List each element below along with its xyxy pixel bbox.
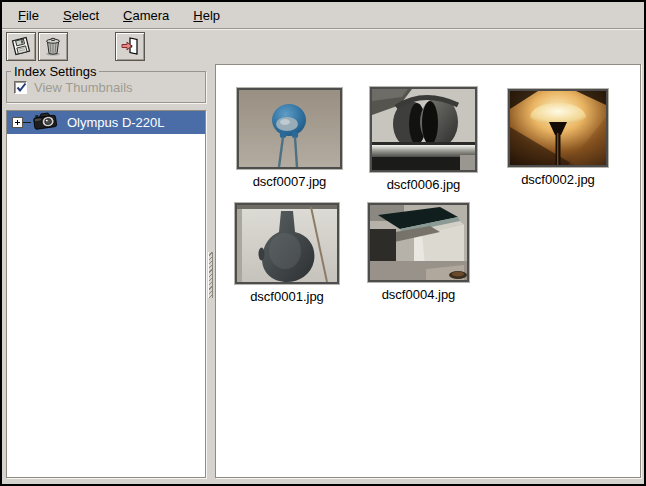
tree-item-olympus[interactable]: Olympus D-220L [7,111,205,134]
menu-select[interactable]: Select [51,4,111,27]
thumbnail-image-lamp[interactable] [508,89,608,167]
tree-item-label: Olympus D-220L [67,115,165,130]
checkmark-icon [16,82,27,93]
thumbnail-filename: dscf0007.jpg [253,174,327,189]
thumbnail-item[interactable]: dscf0001.jpg [235,203,339,304]
tree-connector-line [23,122,31,123]
thumbnail-item[interactable]: dscf0007.jpg [237,88,342,189]
exit-button[interactable] [115,32,145,61]
thumbnail-panel: dscf0007.jpg [215,64,641,478]
thumbnail-image-guitar-case[interactable] [235,203,339,284]
view-thumbnails-label: View Thumbnails [34,80,133,95]
camera-icon [32,111,59,134]
thumbnail-item[interactable]: dscf0004.jpg [368,203,469,302]
thumbnail-filename: dscf0001.jpg [250,289,324,304]
exit-door-icon [119,35,141,57]
menu-help[interactable]: Help [181,4,232,27]
index-settings-title: Index Settings [11,64,99,79]
thumbnail-item[interactable]: dscf0002.jpg [508,89,608,187]
camera-tree: Olympus D-220L [6,110,206,478]
thumbnail-filename: dscf0006.jpg [387,177,461,192]
app-window: File Select Camera Help [0,0,646,486]
delete-button[interactable] [38,32,68,61]
save-button[interactable] [6,32,36,61]
thumbnail-image-printer[interactable] [368,203,469,282]
pane-splitter [206,64,215,478]
thumbnail-image-blue-component[interactable] [237,88,342,169]
expander-plus-icon[interactable] [12,117,23,128]
thumbnail-image-headphones[interactable] [370,87,477,172]
menu-camera[interactable]: Camera [111,4,181,27]
menubar: File Select Camera Help [2,2,644,29]
toolbar [2,29,644,63]
splitter-grip[interactable] [208,252,213,298]
content-area: Index Settings View Thumbnails [2,63,644,484]
menu-file[interactable]: File [6,4,51,27]
floppy-disk-icon [10,35,32,57]
trash-can-icon [42,35,64,57]
thumbnail-filename: dscf0002.jpg [521,172,595,187]
thumbnail-filename: dscf0004.jpg [382,287,456,302]
sidebar: Index Settings View Thumbnails [6,64,206,478]
view-thumbnails-checkbox[interactable] [14,81,27,94]
index-settings-frame: Index Settings View Thumbnails [6,71,206,103]
thumbnail-item[interactable]: dscf0006.jpg [370,87,477,192]
